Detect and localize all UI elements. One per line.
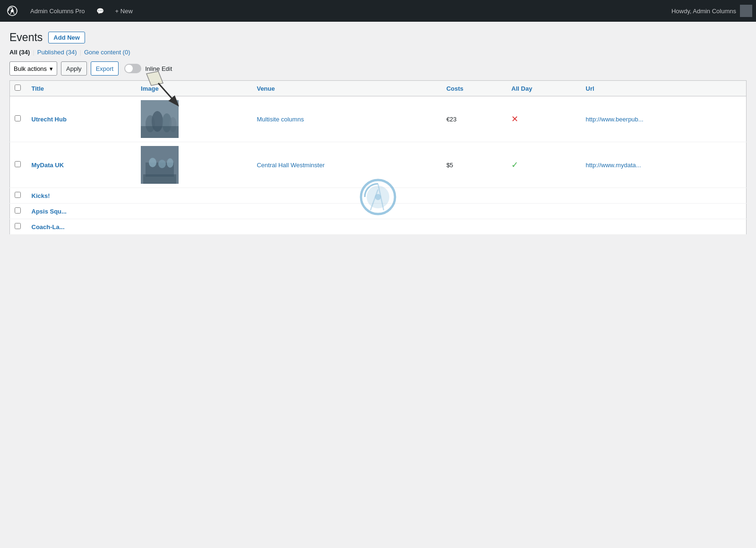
chevron-down-icon: ▾ (50, 65, 53, 72)
col-header-image[interactable]: Image (136, 81, 252, 96)
check-icon: ✓ (511, 160, 518, 170)
row-venue-cell (252, 188, 441, 204)
row-costs-cell (442, 188, 507, 204)
row-image-cell (136, 96, 252, 142)
filter-sep-1: | (33, 49, 34, 56)
costs-value: $5 (447, 162, 453, 169)
filter-tabs: All (34) | Published (34) | Gone content… (9, 49, 747, 56)
row-title-cell: Utrecht Hub (27, 96, 137, 142)
row-url-cell (581, 219, 747, 235)
page-title: Events (9, 31, 43, 44)
inline-edit-label: Inline Edit (145, 65, 172, 72)
row-checkbox-cell (10, 142, 27, 188)
row-allday-cell: ✕ (507, 96, 581, 142)
main-content: Events Add New All (34) | Published (34)… (0, 22, 756, 244)
event-image (141, 100, 179, 138)
row-costs-cell (442, 204, 507, 219)
comment-icon: 💬 (96, 8, 104, 15)
svg-point-12 (149, 158, 156, 167)
row-checkbox-cell (10, 188, 27, 204)
row-venue-cell: Multisite columns (252, 96, 441, 142)
page-title-wrap: Events Add New (9, 31, 747, 44)
venue-link[interactable]: Central Hall Westminster (257, 162, 325, 169)
svg-rect-9 (141, 126, 179, 138)
col-header-url[interactable]: Url (581, 81, 747, 96)
table-row: Utrecht Hub (10, 96, 747, 142)
row-image-cell (136, 142, 252, 188)
bulk-actions-select[interactable]: Bulk actions ▾ (9, 61, 57, 76)
row-title-cell: Coach-La... (27, 219, 137, 235)
col-header-title[interactable]: Title (27, 81, 137, 96)
row-url-cell: http://www.mydata... (581, 142, 747, 188)
row-allday-cell (507, 204, 581, 219)
row-title-cell: MyData UK (27, 142, 137, 188)
col-header-checkbox (10, 81, 27, 96)
venue-link[interactable]: Multisite columns (257, 116, 304, 123)
svg-point-14 (167, 158, 173, 168)
event-title-link[interactable]: Utrecht Hub (32, 116, 67, 123)
avatar (740, 5, 752, 17)
inline-edit-wrap: Inline Edit (124, 64, 172, 73)
filter-sep-2: | (80, 49, 81, 56)
row-url-cell (581, 204, 747, 219)
row-venue-cell: Central Hall Westminster (252, 142, 441, 188)
row-url-cell (581, 188, 747, 204)
export-button[interactable]: Export (91, 61, 119, 76)
row-checkbox[interactable] (15, 192, 21, 198)
row-checkbox[interactable] (15, 207, 21, 214)
apply-button[interactable]: Apply (61, 61, 87, 76)
event-title-link[interactable]: Coach-La... (32, 223, 65, 231)
svg-rect-15 (143, 174, 176, 184)
add-new-button[interactable]: Add New (48, 32, 85, 43)
row-image-cell (136, 204, 252, 219)
row-checkbox-cell (10, 96, 27, 142)
admin-bar-site-name[interactable]: Admin Columns Pro (25, 0, 91, 22)
url-link[interactable]: http://www.mydata... (586, 162, 641, 169)
col-header-costs[interactable]: Costs (442, 81, 507, 96)
row-checkbox[interactable] (15, 115, 21, 121)
table-row: Coach-La... (10, 219, 747, 235)
admin-bar-right: Howdy, Admin Columns (671, 5, 752, 17)
row-checkbox-cell (10, 204, 27, 219)
row-costs-cell (442, 219, 507, 235)
col-header-allday[interactable]: All Day (507, 81, 581, 96)
event-image (141, 146, 179, 184)
admin-bar-new[interactable]: + New (110, 0, 138, 22)
table-header-row: Title Image Venue Costs All Day Url (10, 81, 747, 96)
admin-bar-comments[interactable]: 💬 (91, 0, 110, 22)
event-title-link[interactable]: Apsis Squ... (32, 208, 67, 215)
cross-icon: ✕ (511, 114, 518, 124)
row-allday-cell (507, 219, 581, 235)
toolbar: Bulk actions ▾ Apply Export Inline Edit (9, 61, 747, 76)
row-checkbox[interactable] (15, 223, 21, 229)
filter-tab-gone-content[interactable]: Gone content (0) (84, 49, 130, 56)
row-allday-cell: ✓ (507, 142, 581, 188)
filter-tab-all[interactable]: All (34) (9, 49, 30, 56)
row-title-cell: Kicks! (27, 188, 137, 204)
event-title-link[interactable]: Kicks! (32, 192, 50, 199)
row-allday-cell (507, 188, 581, 204)
url-link[interactable]: http://www.beerpub... (586, 116, 644, 123)
wp-logo[interactable] (4, 2, 21, 19)
row-image-cell (136, 219, 252, 235)
col-header-venue[interactable]: Venue (252, 81, 441, 96)
row-checkbox-cell (10, 219, 27, 235)
inline-edit-toggle[interactable] (124, 64, 141, 73)
row-image-cell (136, 188, 252, 204)
row-costs-cell: €23 (442, 96, 507, 142)
wp-watermark (359, 178, 397, 216)
row-checkbox[interactable] (15, 161, 21, 167)
filter-tab-published[interactable]: Published (34) (37, 49, 77, 56)
row-venue-cell (252, 204, 441, 219)
row-venue-cell (252, 219, 441, 235)
row-url-cell: http://www.beerpub... (581, 96, 747, 142)
select-all-checkbox[interactable] (15, 85, 21, 91)
svg-point-13 (158, 160, 166, 168)
admin-bar: Admin Columns Pro 💬 + New Howdy, Admin C… (0, 0, 756, 22)
row-title-cell: Apsis Squ... (27, 204, 137, 219)
row-costs-cell: $5 (442, 142, 507, 188)
event-title-link[interactable]: MyData UK (32, 162, 64, 169)
costs-value: €23 (447, 116, 457, 123)
